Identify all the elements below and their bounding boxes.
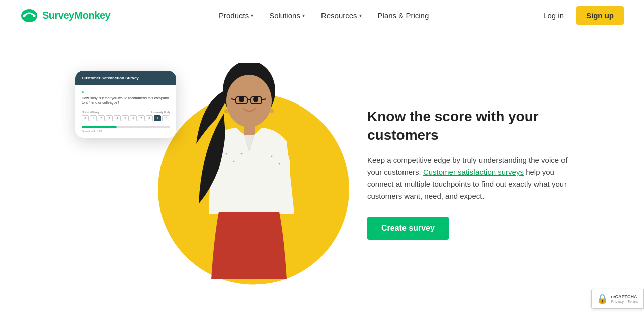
phone-mockup: Customer Satisfaction Survey 4. How like…	[75, 71, 176, 138]
svg-point-13	[226, 153, 227, 154]
scale-box-3[interactable]: 3	[106, 115, 113, 121]
nav-item-solutions-label: Solutions	[269, 11, 300, 20]
person-svg	[171, 63, 312, 294]
scale-box-7[interactable]: 7	[138, 115, 145, 121]
phone-scale-labels: Not at all likely Extremely likely	[82, 111, 170, 114]
recaptcha-icon: 🔒	[597, 293, 608, 304]
nav-links: Products ▾ Solutions ▾ Resources ▾ Plans…	[213, 7, 435, 24]
svg-point-19	[270, 109, 274, 113]
phone-survey-title: Customer Satisfaction Survey	[75, 71, 176, 85]
scale-box-8[interactable]: 8	[146, 115, 153, 121]
phone-progress-bar	[82, 126, 170, 128]
recaptcha-links[interactable]: Privacy - Terms	[611, 299, 638, 304]
phone-question-text: How likely is it that you would recommen…	[82, 96, 170, 106]
phone-scale-boxes: 012345678910	[82, 115, 170, 121]
login-button[interactable]: Log in	[537, 7, 570, 24]
svg-point-18	[224, 109, 228, 113]
phone-progress-fill	[82, 126, 117, 128]
hero-title: Know the score with your customers	[367, 108, 579, 144]
nav-actions: Log in Sign up	[537, 6, 624, 25]
hero-section: Customer Satisfaction Survey 4. How like…	[0, 31, 644, 316]
navigation: SurveyMonkey Products ▾ Solutions ▾ Reso…	[0, 0, 644, 31]
hero-person-image	[171, 63, 312, 294]
recaptcha-label: reCAPTCHA	[611, 294, 638, 299]
scale-box-6[interactable]: 6	[130, 115, 137, 121]
svg-point-17	[279, 163, 280, 164]
chevron-down-icon: ▾	[251, 13, 253, 18]
logo-text: SurveyMonkey	[42, 10, 110, 21]
hero-illustration: Customer Satisfaction Survey 4. How like…	[65, 53, 327, 294]
svg-point-15	[241, 153, 243, 154]
svg-point-16	[271, 155, 273, 157]
scale-box-2[interactable]: 2	[98, 115, 105, 121]
scale-box-5[interactable]: 5	[122, 115, 129, 121]
svg-point-4	[226, 75, 272, 127]
scale-label-right: Extremely likely	[151, 111, 170, 114]
signup-button[interactable]: Sign up	[576, 6, 624, 25]
nav-item-products[interactable]: Products ▾	[213, 7, 259, 24]
nav-item-plans-pricing[interactable]: Plans & Pricing	[372, 7, 435, 24]
phone-question-number: 4.	[82, 90, 170, 94]
scale-box-10[interactable]: 10	[162, 115, 169, 121]
scale-box-1[interactable]: 1	[90, 115, 97, 121]
logo[interactable]: SurveyMonkey	[20, 9, 110, 23]
svg-point-14	[233, 160, 235, 162]
phone-progress-text: Question 4 of 10	[82, 130, 170, 133]
nav-item-products-label: Products	[219, 11, 249, 20]
chevron-down-icon: ▾	[359, 13, 362, 18]
create-survey-button[interactable]: Create survey	[367, 217, 449, 240]
nav-item-solutions[interactable]: Solutions ▾	[263, 7, 311, 24]
scale-box-4[interactable]: 4	[114, 115, 121, 121]
svg-point-1	[23, 14, 26, 17]
nav-item-plans-pricing-label: Plans & Pricing	[378, 11, 429, 20]
phone-body: 4. How likely is it that you would recom…	[75, 85, 176, 138]
chevron-down-icon: ▾	[302, 13, 305, 18]
nav-item-resources-label: Resources	[321, 11, 357, 20]
recaptcha-badge: 🔒 reCAPTCHA Privacy - Terms	[591, 289, 644, 309]
svg-rect-12	[244, 125, 255, 135]
svg-point-2	[33, 14, 36, 17]
nav-item-resources[interactable]: Resources ▾	[315, 7, 368, 24]
scale-label-left: Not at all likely	[82, 111, 99, 114]
customer-satisfaction-link[interactable]: Customer satisfaction surveys	[423, 168, 524, 176]
hero-content: Know the score with your customers Keep …	[367, 108, 579, 240]
scale-box-0[interactable]: 0	[82, 115, 89, 121]
scale-box-9[interactable]: 9	[154, 115, 161, 121]
hero-body-text: Keep a competitive edge by truly underst…	[367, 154, 579, 202]
